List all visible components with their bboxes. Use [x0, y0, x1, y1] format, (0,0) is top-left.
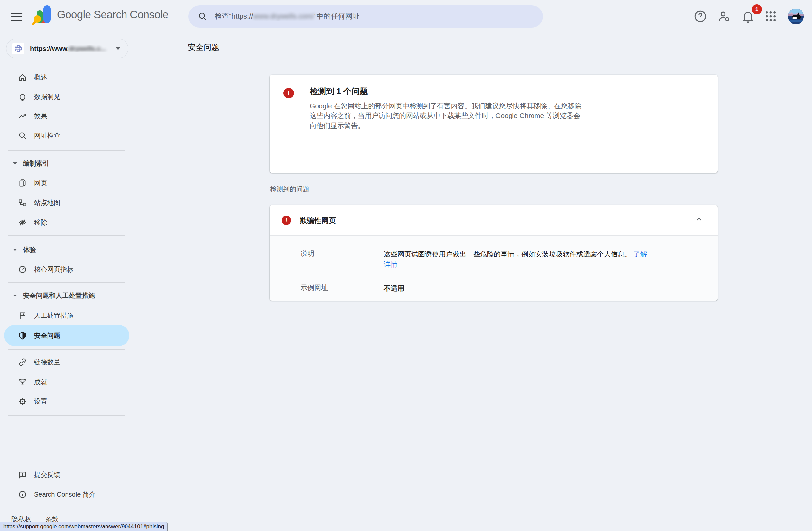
sidebar-item-overview[interactable]: 概述: [4, 70, 129, 85]
sidebar-item-insights[interactable]: 数据洞见: [4, 89, 129, 104]
page-title: 安全问题: [188, 42, 219, 53]
sidebar-item-settings[interactable]: 设置: [4, 394, 129, 409]
globe-icon: [12, 43, 24, 54]
description-label: 说明: [301, 249, 384, 269]
account-avatar[interactable]: [788, 9, 804, 24]
sidebar-item-achievements[interactable]: 成就: [4, 374, 129, 390]
hamburger-icon: [11, 13, 22, 14]
chevron-down-icon: [116, 47, 120, 50]
error-icon: !: [284, 88, 294, 98]
sidebar-item-sitemaps[interactable]: 站点地图: [4, 195, 129, 211]
speedometer-icon: [18, 265, 27, 274]
feedback-icon: [18, 470, 27, 479]
property-url: https://www.drywells.c...: [30, 45, 110, 53]
sidebar-divider: [8, 282, 125, 283]
pages-icon: [18, 179, 27, 187]
property-selector[interactable]: https://www.drywells.c...: [6, 39, 128, 58]
issue-header: ! 欺骗性网页: [270, 205, 717, 236]
redacted-property-url: drywells.c...: [69, 45, 106, 52]
google-search-console-app: Google Search Console 检查“https://www.dry…: [0, 0, 812, 531]
sidebar-item-security-issues[interactable]: 安全问题: [4, 325, 129, 346]
sidebar-item-core-web-vitals[interactable]: 核心网页指标: [4, 261, 129, 277]
search-placeholder: 检查“https://www.drywells.com/”中的任何网址: [215, 12, 360, 21]
info-icon: [18, 490, 27, 499]
sidebar-divider: [8, 415, 125, 416]
sidebar-item-url-inspection[interactable]: 网址检查: [4, 128, 129, 143]
description-value: 这些网页试图诱使用户做出一些危险的事情，例如安装垃圾软件或透露个人信息。 了解详…: [384, 249, 649, 269]
menu-button[interactable]: [10, 11, 24, 22]
help-button[interactable]: [693, 9, 708, 24]
url-inspection-searchbar[interactable]: 检查“https://www.drywells.com/”中的任何网址: [188, 5, 543, 28]
sitemap-icon: [18, 198, 27, 207]
sidebar-item-pages[interactable]: 网页: [4, 175, 129, 191]
sidebar-divider: [8, 236, 125, 236]
sidebar-item-removals[interactable]: 移除: [4, 214, 129, 230]
search-console-logo-icon: [32, 4, 54, 26]
section-collapse-icon: [13, 162, 17, 165]
issue-title: 欺骗性网页: [300, 216, 336, 226]
chevron-up-icon: [695, 215, 703, 224]
sidebar-section-indexing[interactable]: 编制索引: [4, 156, 129, 170]
title-divider: [186, 66, 812, 66]
error-icon: !: [282, 216, 291, 225]
flag-icon: [18, 311, 27, 320]
sample-urls-label: 示例网址: [301, 283, 384, 293]
notification-count-badge: 1: [752, 4, 762, 14]
eye-off-icon: [18, 218, 27, 227]
shield-icon: [18, 331, 27, 340]
section-collapse-icon: [13, 295, 17, 297]
sidebar-divider: [8, 349, 125, 350]
section-collapse-icon: [13, 249, 17, 251]
link-preview-statusbar: https://support.google.com/webmasters/an…: [0, 522, 168, 531]
redacted-url: www.drywells.com/: [253, 12, 314, 20]
sidebar-item-feedback[interactable]: 提交反馈: [4, 467, 129, 483]
trending-up-icon: [18, 112, 27, 121]
description-row: 说明 这些网页试图诱使用户做出一些危险的事情，例如安装垃圾软件或透露个人信息。 …: [301, 249, 717, 269]
issue-alert-card: ! 检测到 1 个问题 Google 在您网站上的部分网页中检测到了有害内容。我…: [270, 75, 717, 173]
lightbulb-icon: [18, 93, 27, 101]
app-logo: Google Search Console: [32, 4, 169, 26]
collapse-issue-button[interactable]: [692, 212, 706, 226]
alert-body: Google 在您网站上的部分网页中检测到了有害内容。我们建议您尽快将其移除。在…: [310, 101, 586, 130]
app-title: Google Search Console: [57, 9, 169, 21]
sidebar-item-about[interactable]: Search Console 简介: [4, 486, 129, 502]
sample-urls-value: 不适用: [384, 283, 649, 293]
gear-icon: [18, 397, 27, 406]
search-icon: [18, 131, 27, 140]
sidebar-item-manual-actions[interactable]: 人工处置措施: [4, 308, 129, 323]
detected-issues-label: 检测到的问题: [270, 185, 309, 194]
apps-grid-button[interactable]: [764, 9, 778, 24]
sidebar-divider: [8, 150, 125, 151]
user-settings-button[interactable]: [717, 9, 731, 24]
link-icon: [18, 358, 27, 367]
issue-details: 说明 这些网页试图诱使用户做出一些危险的事情，例如安装垃圾软件或透露个人信息。 …: [270, 236, 717, 301]
search-icon: [198, 12, 207, 21]
sidebar-divider: [8, 508, 125, 508]
trophy-icon: [18, 378, 27, 387]
sidebar-section-security[interactable]: 安全问题和人工处置措施: [4, 288, 129, 303]
deceptive-pages-card: ! 欺骗性网页 说明 这些网页试图诱使用户做出一些危险的事情，例如安装垃圾软件或…: [270, 205, 717, 301]
sidebar-item-links[interactable]: 链接数量: [4, 354, 129, 370]
sample-urls-row: 示例网址 不适用: [301, 283, 717, 293]
home-icon: [18, 73, 27, 82]
sidebar-item-performance[interactable]: 效果: [4, 108, 129, 124]
alert-title: 检测到 1 个问题: [310, 86, 368, 97]
sidebar-section-experience[interactable]: 体验: [4, 242, 129, 257]
